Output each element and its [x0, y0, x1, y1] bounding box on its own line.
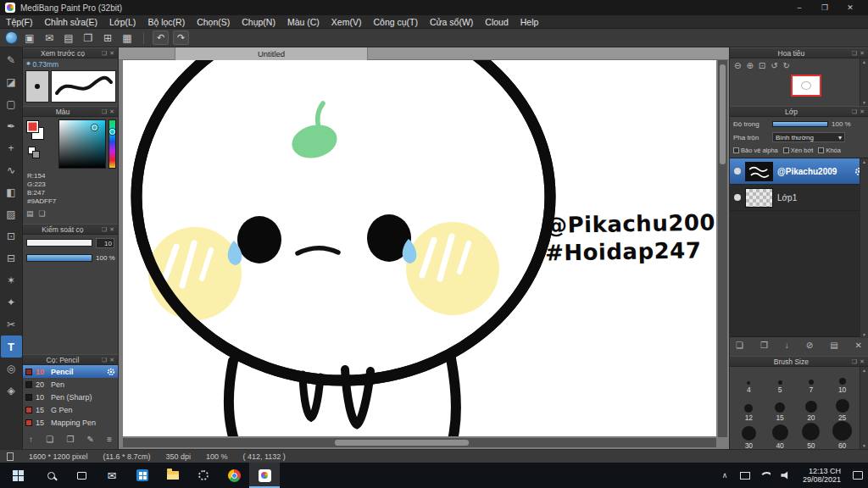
- maximize-button[interactable]: ❐: [812, 0, 837, 15]
- brush-size-option[interactable]: 5: [765, 367, 796, 395]
- zoom-in-icon[interactable]: ⊕: [746, 61, 753, 70]
- sv-cursor[interactable]: [92, 125, 97, 130]
- scroll-up-icon[interactable]: ▲: [862, 59, 866, 64]
- sv-picker[interactable]: [58, 119, 106, 169]
- bucket-tool[interactable]: ◧: [1, 181, 22, 203]
- blend-select[interactable]: Bình thường ▾: [772, 132, 845, 142]
- edit-brush-icon[interactable]: ✎: [87, 435, 94, 444]
- action-center-button[interactable]: [848, 463, 868, 488]
- canvas-tab[interactable]: Untitled: [175, 47, 368, 60]
- taskbar-search-button[interactable]: [36, 463, 66, 488]
- tray-volume-button[interactable]: [776, 463, 796, 488]
- menu-snap[interactable]: Chụp(N): [236, 15, 281, 28]
- fit-window-icon[interactable]: ⊡: [759, 61, 765, 70]
- brush-item-pen[interactable]: 20 Pen: [23, 378, 118, 391]
- scroll-down-icon[interactable]: ▼: [862, 100, 866, 105]
- curve-tool[interactable]: ∿: [1, 159, 22, 181]
- gradient-tool[interactable]: ▨: [1, 203, 22, 225]
- panel-close-icon[interactable]: ✕: [109, 226, 114, 233]
- brush-item-g-pen[interactable]: 15 G Pen: [23, 403, 118, 416]
- canvas-vertical-scroll-thumb[interactable]: [720, 64, 726, 164]
- popout-icon[interactable]: ❏: [102, 226, 107, 233]
- menu-window[interactable]: Cửa sổ(W): [424, 15, 479, 28]
- menu-cloud[interactable]: Cloud: [479, 15, 514, 28]
- menu-view[interactable]: Xem(V): [326, 15, 368, 28]
- sub-color-swatch-b[interactable]: [32, 151, 40, 158]
- navigator-thumbnail[interactable]: [791, 75, 821, 97]
- hue-cursor[interactable]: [109, 129, 115, 135]
- scroll-down-icon[interactable]: ▼: [862, 332, 866, 337]
- menu-select[interactable]: Chọn(S): [191, 15, 236, 28]
- magic-wand-tool[interactable]: ✶: [1, 269, 22, 291]
- popout-icon[interactable]: ❏: [852, 108, 857, 115]
- add-brush-icon[interactable]: ❏: [46, 435, 53, 444]
- scroll-up-icon[interactable]: ▲: [862, 159, 866, 164]
- navigator-scrollbar[interactable]: ▲ ▼: [860, 58, 868, 106]
- pen-tool[interactable]: ✎: [1, 49, 22, 71]
- layer-visibility-icon[interactable]: [734, 194, 741, 201]
- marquee-tool[interactable]: ▢: [1, 93, 22, 115]
- menu-filter[interactable]: Bộ lọc(R): [142, 15, 191, 28]
- palette-page-icon[interactable]: ▤: [26, 209, 34, 218]
- foreground-color-swatch[interactable]: [26, 120, 39, 133]
- scroll-up-icon[interactable]: ▲: [862, 368, 866, 373]
- brush-settings-icon[interactable]: [107, 368, 115, 376]
- panel-close-icon[interactable]: ✕: [860, 358, 865, 365]
- protect-alpha-checkbox[interactable]: [733, 147, 739, 153]
- panel-close-icon[interactable]: ✕: [109, 357, 114, 363]
- brush-size-scrollbar[interactable]: ▲ ▼: [860, 367, 868, 449]
- ink-pen-tool[interactable]: ✒: [1, 115, 22, 137]
- zoom-out-icon[interactable]: ⊖: [734, 61, 741, 70]
- message-icon[interactable]: ✉: [42, 32, 57, 44]
- panel-close-icon[interactable]: ✕: [860, 50, 865, 57]
- scroll-down-icon[interactable]: ▼: [862, 443, 866, 448]
- panel-close-icon[interactable]: ✕: [860, 108, 865, 115]
- brush-size-option[interactable]: 7: [796, 367, 827, 395]
- brush-size-option[interactable]: 10: [826, 367, 858, 395]
- brush-width-value[interactable]: 10: [96, 238, 114, 248]
- active-brush-icon[interactable]: [5, 31, 18, 44]
- menu-layer[interactable]: Lớp(L): [103, 15, 142, 28]
- duplicate-brush-icon[interactable]: ❐: [66, 435, 74, 444]
- canvas-artwork[interactable]: @Pikachu2009 #Hoidap247: [123, 60, 716, 436]
- taskbar-medibang-button[interactable]: [249, 463, 280, 488]
- close-button[interactable]: ✕: [837, 0, 863, 15]
- menu-edit[interactable]: Chỉnh sửa(E): [39, 15, 103, 28]
- brush-item-pen-sharp[interactable]: 10 Pen (Sharp): [23, 391, 118, 403]
- popout-icon[interactable]: ❏: [852, 50, 857, 57]
- panel-close-icon[interactable]: ✕: [109, 50, 114, 57]
- lock-checkbox[interactable]: [818, 147, 824, 153]
- tray-network-button[interactable]: [755, 463, 776, 488]
- move-tool[interactable]: +: [1, 137, 22, 159]
- material-icon[interactable]: ▦: [120, 32, 135, 44]
- brush-size-option[interactable]: 30: [733, 423, 765, 449]
- canvas-horizontal-scroll-thumb[interactable]: [335, 440, 469, 446]
- rotate-right-icon[interactable]: ↻: [783, 61, 790, 70]
- brush-size-option[interactable]: 20: [796, 395, 827, 423]
- brush-menu-icon[interactable]: ≡: [107, 435, 112, 444]
- select-eraser-tool[interactable]: ⊟: [1, 247, 22, 269]
- taskbar-clock[interactable]: 12:13 CH 29/08/2021: [796, 463, 848, 488]
- tray-display-button[interactable]: [735, 463, 755, 488]
- menu-help[interactable]: Help: [515, 15, 545, 28]
- brush-item-mapping-pen[interactable]: 15 Mapping Pen: [23, 416, 118, 429]
- eyedropper-tool[interactable]: ◎: [1, 358, 22, 380]
- menu-color[interactable]: Màu (C): [281, 15, 326, 28]
- taskbar-file-explorer-button[interactable]: [158, 463, 188, 488]
- palette-icon[interactable]: ▤: [61, 32, 76, 44]
- panel-close-icon[interactable]: ✕: [109, 108, 114, 115]
- brush-size-option[interactable]: 12: [733, 395, 765, 423]
- menu-file[interactable]: Tệp(F): [0, 15, 39, 28]
- select-pen-tool[interactable]: ⊡: [1, 225, 22, 247]
- layer-visibility-icon[interactable]: [734, 168, 741, 175]
- rotate-left-icon[interactable]: ↺: [771, 61, 777, 70]
- clear-layer-icon[interactable]: ⊘: [806, 341, 813, 350]
- taskbar-settings-button[interactable]: [188, 463, 219, 488]
- canvas-vertical-scrollbar[interactable]: [718, 60, 727, 437]
- brush-size-option[interactable]: 25: [826, 395, 858, 423]
- layer-item-lop1[interactable]: Lớp1: [730, 185, 868, 211]
- merge-down-icon[interactable]: ↓: [785, 341, 789, 350]
- hand-tool[interactable]: ◈: [1, 380, 22, 402]
- tray-expand-button[interactable]: ∧: [715, 463, 735, 488]
- text-tool[interactable]: T: [1, 336, 22, 358]
